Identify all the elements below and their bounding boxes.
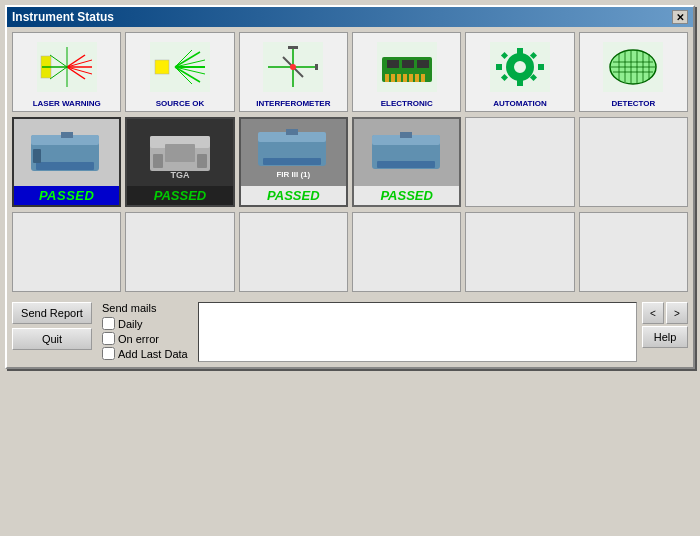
add-last-data-checkbox[interactable] (102, 347, 115, 360)
source-ok-icon (150, 42, 210, 92)
prev-button[interactable]: < (642, 302, 664, 324)
source-ok-cell[interactable]: SOURCE OK (125, 32, 234, 112)
send-report-button[interactable]: Send Report (12, 302, 92, 324)
electronic-label: ELECTRONIC (381, 100, 433, 109)
ftir-icon-4 (372, 129, 442, 177)
svg-rect-66 (33, 149, 41, 163)
detector-icon (603, 42, 663, 92)
extra-cell-2[interactable] (125, 212, 234, 292)
on-error-checkbox[interactable] (102, 332, 115, 345)
svg-rect-69 (165, 144, 195, 162)
close-button[interactable]: ✕ (672, 10, 688, 24)
extra-cell-5[interactable] (465, 212, 574, 292)
detector-icon-area (582, 37, 685, 97)
svg-rect-25 (288, 46, 298, 49)
svg-rect-30 (385, 74, 389, 82)
window-title: Instrument Status (12, 10, 114, 24)
interferometer-icon (263, 42, 323, 92)
tga-label-text: TGA (170, 170, 189, 180)
svg-rect-38 (402, 60, 414, 68)
automation-icon-area (468, 37, 571, 97)
instrument-cell-2[interactable]: TGA PASSED (125, 117, 234, 207)
detector-label: DETECTOR (611, 100, 655, 109)
passed-label-4: PASSED (354, 186, 459, 205)
laser-warning-icon-area (15, 37, 118, 97)
sendmails-title: Send mails (102, 302, 188, 314)
instrument-img-1 (14, 119, 119, 186)
laser-warning-label: LASER WARNING (33, 100, 101, 109)
passed-label-1: PASSED (14, 186, 119, 205)
source-ok-label: SOURCE OK (156, 100, 204, 109)
instrument-cell-5[interactable] (465, 117, 574, 207)
passed-label-2: PASSED (127, 186, 232, 205)
extra-cell-4[interactable] (352, 212, 461, 292)
next-button[interactable]: > (666, 302, 688, 324)
daily-checkbox[interactable] (102, 317, 115, 330)
electronic-icon-area (355, 37, 458, 97)
instrument-cell-3[interactable]: FIR III (1) PASSED (239, 117, 348, 207)
daily-label: Daily (118, 318, 142, 330)
bottom-buttons-left: Send Report Quit (12, 302, 92, 350)
source-ok-icon-area (128, 37, 231, 97)
automation-label: AUTOMATION (493, 100, 546, 109)
detector-cell[interactable]: DETECTOR (579, 32, 688, 112)
svg-rect-33 (403, 74, 407, 82)
svg-rect-45 (496, 64, 502, 70)
svg-rect-65 (61, 132, 73, 138)
svg-rect-35 (415, 74, 419, 82)
svg-rect-79 (400, 132, 412, 138)
laser-warning-cell[interactable]: LASER WARNING (12, 32, 121, 112)
svg-rect-13 (155, 60, 169, 74)
extra-cell-6[interactable] (579, 212, 688, 292)
quit-button[interactable]: Quit (12, 328, 92, 350)
titlebar: Instrument Status ✕ (7, 7, 693, 27)
svg-rect-37 (387, 60, 399, 68)
nav-buttons: < > Help (642, 302, 688, 348)
instrument-cell-6[interactable] (579, 117, 688, 207)
svg-rect-70 (153, 154, 163, 168)
instrument-img-2: TGA (127, 119, 232, 186)
svg-rect-43 (517, 48, 523, 54)
instrument-status-window: Instrument Status ✕ (5, 5, 695, 369)
svg-rect-26 (315, 64, 318, 70)
fir-label-text: FIR III (1) (276, 170, 310, 179)
ftir-icon-1 (31, 127, 103, 179)
svg-rect-32 (397, 74, 401, 82)
passed-label-3: PASSED (241, 186, 346, 205)
svg-rect-36 (421, 74, 425, 82)
svg-rect-75 (286, 129, 298, 135)
daily-checkbox-row: Daily (102, 317, 188, 330)
add-last-data-checkbox-row: Add Last Data (102, 347, 188, 360)
nav-row: < > (642, 302, 688, 324)
help-button[interactable]: Help (642, 326, 688, 348)
laser-warning-icon (37, 42, 97, 92)
svg-rect-71 (197, 154, 207, 168)
email-input[interactable] (199, 303, 636, 329)
svg-rect-39 (417, 60, 429, 68)
instrument-cell-4[interactable]: PASSED (352, 117, 461, 207)
on-error-checkbox-row: On error (102, 332, 188, 345)
svg-rect-44 (517, 80, 523, 86)
automation-icon (490, 42, 550, 92)
electronic-cell[interactable]: ELECTRONIC (352, 32, 461, 112)
instrument-cell-1[interactable]: PASSED (12, 117, 121, 207)
main-content: LASER WARNING (7, 27, 693, 367)
interferometer-cell[interactable]: INTERFEROMETER (239, 32, 348, 112)
status-icons-row: LASER WARNING (12, 32, 688, 112)
svg-point-27 (290, 64, 296, 70)
sendmails-section: Send mails Daily On error Add Last Data (97, 302, 193, 362)
svg-rect-31 (391, 74, 395, 82)
instrument-img-4 (354, 119, 459, 186)
interferometer-icon-area (242, 37, 345, 97)
bottom-area: Send Report Quit Send mails Daily On err… (12, 297, 688, 362)
fir-icon (258, 126, 328, 174)
svg-rect-64 (36, 162, 94, 170)
on-error-label: On error (118, 333, 159, 345)
extra-cell-3[interactable] (239, 212, 348, 292)
email-textarea[interactable] (198, 302, 637, 362)
interferometer-label: INTERFEROMETER (256, 100, 330, 109)
svg-rect-34 (409, 74, 413, 82)
extra-cell-1[interactable] (12, 212, 121, 292)
svg-point-42 (515, 62, 525, 72)
automation-cell[interactable]: AUTOMATION (465, 32, 574, 112)
